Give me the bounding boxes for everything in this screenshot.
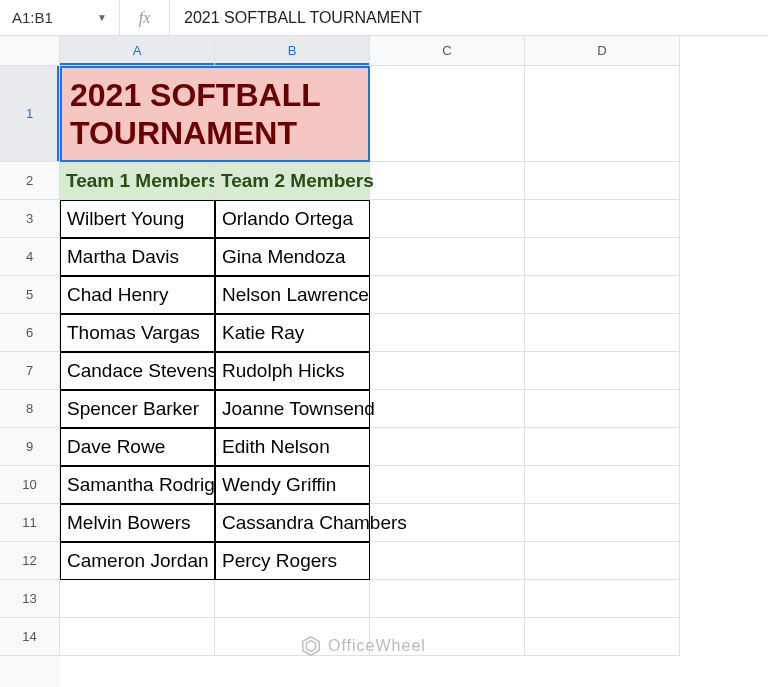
- cell-a12[interactable]: Cameron Jordan: [60, 542, 215, 580]
- col-header-d[interactable]: D: [525, 36, 680, 66]
- cell-b8[interactable]: Joanne Townsend: [215, 390, 370, 428]
- cell-b4[interactable]: Gina Mendoza: [215, 238, 370, 276]
- cell-a9[interactable]: Dave Rowe: [60, 428, 215, 466]
- cell-c13[interactable]: [370, 580, 525, 618]
- cell-c12[interactable]: [370, 542, 525, 580]
- row-header-4[interactable]: 4: [0, 238, 60, 276]
- select-all-corner[interactable]: [0, 36, 60, 66]
- watermark-text: OfficeWheel: [328, 637, 426, 655]
- cell-c6[interactable]: [370, 314, 525, 352]
- cell-d1[interactable]: [525, 66, 680, 162]
- cell-d12[interactable]: [525, 542, 680, 580]
- row-header-13[interactable]: 13: [0, 580, 60, 618]
- cell-a11[interactable]: Melvin Bowers: [60, 504, 215, 542]
- cell-b13[interactable]: [215, 580, 370, 618]
- cell-d2[interactable]: [525, 162, 680, 200]
- hexagon-icon: [300, 635, 322, 657]
- cell-d4[interactable]: [525, 238, 680, 276]
- row-header-11[interactable]: 11: [0, 504, 60, 542]
- sheet-container: 1 2 3 4 5 6 7 8 9 10 11 12 13 14 2021 SO…: [0, 66, 768, 687]
- cell-d10[interactable]: [525, 466, 680, 504]
- row-header-7[interactable]: 7: [0, 352, 60, 390]
- row-header-1[interactable]: 1: [0, 66, 60, 162]
- cell-c4[interactable]: [370, 238, 525, 276]
- formula-bar: A1:B1 ▼ fx 2021 SOFTBALL TOURNAMENT: [0, 0, 768, 36]
- cell-b6[interactable]: Katie Ray: [215, 314, 370, 352]
- cell-c7[interactable]: [370, 352, 525, 390]
- cell-d11[interactable]: [525, 504, 680, 542]
- cell-a1-b1-merged[interactable]: 2021 SOFTBALL TOURNAMENT: [60, 66, 370, 162]
- cell-d7[interactable]: [525, 352, 680, 390]
- cell-a3[interactable]: Wilbert Young: [60, 200, 215, 238]
- cell-a7[interactable]: Candace Stevenson: [60, 352, 215, 390]
- row-header-9[interactable]: 9: [0, 428, 60, 466]
- cell-b3[interactable]: Orlando Ortega: [215, 200, 370, 238]
- formula-input[interactable]: 2021 SOFTBALL TOURNAMENT: [170, 0, 768, 35]
- svg-marker-0: [303, 637, 320, 655]
- cell-d13[interactable]: [525, 580, 680, 618]
- column-headers: A B C D: [60, 36, 680, 66]
- row-header-8[interactable]: 8: [0, 390, 60, 428]
- cell-d6[interactable]: [525, 314, 680, 352]
- cell-a6[interactable]: Thomas Vargas: [60, 314, 215, 352]
- row-header-10[interactable]: 10: [0, 466, 60, 504]
- row-header-6[interactable]: 6: [0, 314, 60, 352]
- cell-a8[interactable]: Spencer Barker: [60, 390, 215, 428]
- cell-d9[interactable]: [525, 428, 680, 466]
- cell-a4[interactable]: Martha Davis: [60, 238, 215, 276]
- cell-c1[interactable]: [370, 66, 525, 162]
- cell-b12[interactable]: Percy Rogers: [215, 542, 370, 580]
- cell-b7[interactable]: Rudolph Hicks: [215, 352, 370, 390]
- row-header-3[interactable]: 3: [0, 200, 60, 238]
- row-header-14[interactable]: 14: [0, 618, 60, 656]
- col-header-b[interactable]: B: [215, 36, 370, 66]
- cell-a14[interactable]: [60, 618, 215, 656]
- cell-a2[interactable]: Team 1 Members: [60, 162, 215, 200]
- cell-a10[interactable]: Samantha Rodriguez: [60, 466, 215, 504]
- row-header-5[interactable]: 5: [0, 276, 60, 314]
- cell-c2[interactable]: [370, 162, 525, 200]
- cell-b11[interactable]: Cassandra Chambers: [215, 504, 370, 542]
- name-box-value: A1:B1: [12, 9, 53, 26]
- cell-d8[interactable]: [525, 390, 680, 428]
- row-headers: 1 2 3 4 5 6 7 8 9 10 11 12 13 14: [0, 66, 60, 687]
- cell-c3[interactable]: [370, 200, 525, 238]
- cell-d5[interactable]: [525, 276, 680, 314]
- cell-c8[interactable]: [370, 390, 525, 428]
- col-header-a[interactable]: A: [60, 36, 215, 66]
- cell-d3[interactable]: [525, 200, 680, 238]
- svg-marker-1: [306, 641, 315, 652]
- grid-area[interactable]: 2021 SOFTBALL TOURNAMENT Team 1 Members …: [60, 66, 768, 687]
- cell-c9[interactable]: [370, 428, 525, 466]
- row-header-2[interactable]: 2: [0, 162, 60, 200]
- dropdown-arrow-icon[interactable]: ▼: [97, 12, 107, 23]
- cell-a13[interactable]: [60, 580, 215, 618]
- cell-c5[interactable]: [370, 276, 525, 314]
- cell-a5[interactable]: Chad Henry: [60, 276, 215, 314]
- watermark: OfficeWheel: [300, 635, 426, 657]
- cell-b10[interactable]: Wendy Griffin: [215, 466, 370, 504]
- cell-b9[interactable]: Edith Nelson: [215, 428, 370, 466]
- row-header-12[interactable]: 12: [0, 542, 60, 580]
- cell-d14[interactable]: [525, 618, 680, 656]
- cell-b2[interactable]: Team 2 Members: [215, 162, 370, 200]
- cell-c10[interactable]: [370, 466, 525, 504]
- col-header-c[interactable]: C: [370, 36, 525, 66]
- fx-label: fx: [120, 0, 170, 35]
- cell-b5[interactable]: Nelson Lawrence: [215, 276, 370, 314]
- name-box[interactable]: A1:B1 ▼: [0, 0, 120, 35]
